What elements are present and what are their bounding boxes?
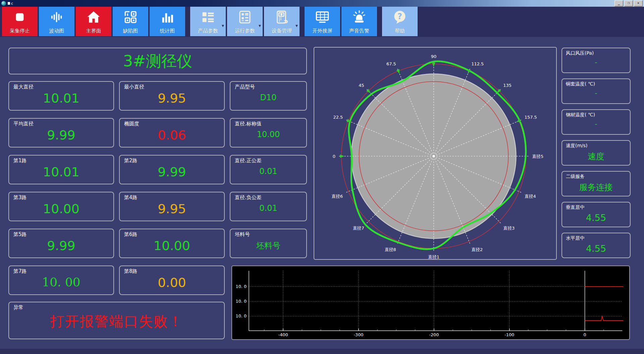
- svg-text:45: 45: [359, 83, 364, 88]
- toolbar-button-sound-alarm[interactable]: 声音告警: [341, 7, 377, 36]
- toolbar-button-stop-acquisition[interactable]: 采集停止: [2, 7, 38, 36]
- status-box-3: 速度(m/s)速度: [561, 140, 631, 166]
- metric-box-param-0: 产品型号D10: [230, 81, 307, 111]
- status-label: 二级服务: [562, 172, 630, 180]
- window-titlebar: c _ ❐ ✕: [0, 0, 644, 7]
- svg-text:10. 0: 10. 0: [236, 284, 247, 289]
- toolbar-button-wave-chart[interactable]: 波动图: [39, 7, 74, 36]
- toolbar-button-main-screen[interactable]: 主界面: [76, 7, 111, 36]
- metric-value: 0.01: [230, 203, 306, 213]
- svg-text:-100: -100: [504, 332, 514, 337]
- status-label: 垂直居中: [562, 202, 630, 211]
- status-value: -: [562, 89, 630, 97]
- status-label: 水平居中: [562, 233, 630, 241]
- svg-text:22.5: 22.5: [333, 115, 343, 120]
- svg-text:直径8: 直径8: [385, 247, 396, 252]
- metric-value: 9.95: [120, 201, 224, 216]
- bar-chart-icon: [160, 9, 175, 25]
- metric-box-param-2: 直径.正公差0.01: [230, 155, 307, 184]
- svg-text:直径5: 直径5: [532, 154, 543, 159]
- metric-label: 第5路: [9, 229, 113, 238]
- toolbar-button-external-screen[interactable]: 开外接屏: [305, 7, 340, 36]
- toolbar-button-device-management[interactable]: 设备管理▼: [264, 7, 300, 36]
- svg-text:-300: -300: [354, 332, 363, 337]
- toolbar-button-label: 帮助: [395, 28, 405, 34]
- metric-value: D10: [230, 93, 306, 102]
- alarm-box: 异常 打开报警端口失败！: [8, 302, 225, 339]
- metric-box-param-1: 直径.标称值10.00: [230, 118, 307, 148]
- alarm-message: 打开报警端口失败！: [9, 312, 224, 331]
- metric-box-7: 第4路9.95: [119, 192, 225, 221]
- metric-value: 10.00: [230, 130, 306, 139]
- status-box-6: 水平居中4.55: [561, 233, 631, 258]
- restore-button[interactable]: ❐: [624, 0, 633, 6]
- status-value: 4.55: [562, 213, 630, 223]
- svg-text:0: 0: [333, 154, 335, 159]
- waveform-icon: [49, 9, 64, 25]
- metric-box-0: 最大直径10.01: [8, 81, 114, 111]
- run-params-icon: [237, 9, 253, 25]
- window-controls: _ ❐ ✕: [614, 0, 644, 6]
- metric-label: 直径.正公差: [230, 156, 306, 164]
- title-square-glyph: [8, 2, 10, 5]
- metric-label: 坯料号: [230, 229, 306, 238]
- svg-text:-200: -200: [429, 332, 439, 337]
- svg-text:10. 0: 10. 0: [236, 299, 247, 304]
- toolbar-button-label: 产品参数: [198, 28, 218, 34]
- metric-label: 第4路: [120, 192, 224, 201]
- home-icon: [86, 9, 101, 25]
- metric-value: 0.06: [120, 128, 224, 142]
- diameter-trend-chart-panel: 10. 010. 010. 0-400-300-200-1000: [231, 266, 630, 340]
- metric-value: 10. 00: [9, 275, 113, 289]
- toolbar-button-label: 缺陷图: [123, 28, 138, 34]
- stop-icon: [12, 9, 28, 25]
- metric-label: 第1路: [9, 156, 113, 164]
- metric-value: 10.00: [9, 201, 113, 216]
- metric-label: 第3路: [9, 192, 113, 201]
- metric-box-4: 第1路10.01: [8, 155, 114, 184]
- status-value: 4.55: [562, 243, 630, 254]
- minimize-button[interactable]: _: [614, 0, 623, 6]
- toolbar-button-label: 统计图: [160, 28, 175, 34]
- chevron-down-icon[interactable]: ▼: [259, 24, 261, 27]
- metric-label: 第7路: [9, 266, 113, 275]
- metric-value: 9.99: [120, 165, 224, 179]
- svg-text:0: 0: [584, 332, 586, 337]
- defect-map-icon: [123, 9, 138, 25]
- status-panel: 风口风压(Pa)-铜套温度( ℃)-钢材温度( ℃)-速度(m/s)速度二级服务…: [561, 48, 631, 263]
- close-button[interactable]: ✕: [634, 0, 643, 6]
- svg-text:10. 0: 10. 0: [236, 313, 247, 318]
- metric-box-9: 第6路10.00: [119, 229, 225, 258]
- svg-text:直径2: 直径2: [471, 247, 483, 252]
- metric-value: 0.00: [120, 275, 224, 290]
- toolbar-button-defect-chart[interactable]: 缺陷图: [113, 7, 148, 36]
- metric-label: 产品型号: [230, 82, 306, 90]
- metric-label: 最小直径: [120, 82, 224, 90]
- svg-text:直径6: 直径6: [331, 194, 343, 199]
- toolbar-button-label: 运行参数: [235, 28, 255, 34]
- metric-value: 9.99: [9, 238, 113, 253]
- external-screen-icon: [315, 9, 330, 25]
- toolbar-button-run-params[interactable]: 运行参数▼: [227, 7, 263, 36]
- metric-box-6: 第3路10.00: [8, 192, 114, 221]
- app-logo-icon: [1, 1, 6, 6]
- chevron-down-icon[interactable]: ▼: [296, 24, 298, 27]
- status-value: -: [562, 120, 630, 128]
- metric-box-param-3: 直径.负公差0.01: [230, 192, 307, 221]
- svg-text:直径4: 直径4: [525, 194, 536, 199]
- toolbar-button-label: 声音告警: [349, 28, 369, 34]
- toolbar-button-statistics-chart[interactable]: 统计图: [150, 7, 185, 36]
- svg-text:67.5: 67.5: [386, 61, 396, 66]
- window-title: c: [8, 1, 13, 6]
- metric-box-param-4: 坯料号坯料号: [230, 229, 307, 258]
- status-box-1: 铜套温度( ℃)-: [561, 78, 631, 104]
- svg-text:135: 135: [503, 83, 512, 88]
- metric-value: 10.00: [120, 238, 224, 253]
- svg-text:90: 90: [431, 54, 436, 59]
- toolbar-button-product-params[interactable]: 产品参数▼: [190, 7, 226, 36]
- metric-label: 第6路: [120, 229, 224, 238]
- metric-box-1: 最小直径9.95: [119, 81, 225, 111]
- chevron-down-icon[interactable]: ▼: [222, 24, 224, 27]
- toolbar-button-help[interactable]: ?帮助: [382, 7, 418, 36]
- metric-box-5: 第2路9.99: [119, 155, 225, 184]
